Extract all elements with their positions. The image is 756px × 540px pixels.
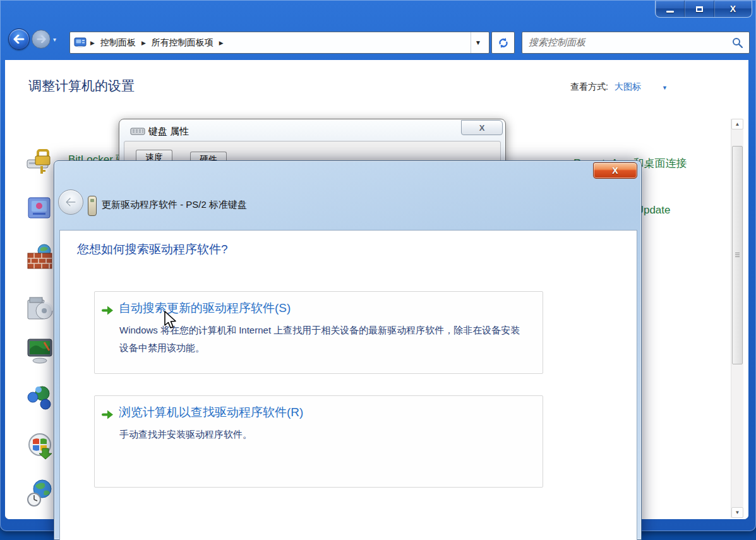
default-programs-item[interactable] [25, 383, 56, 412]
personalization-item[interactable] [25, 337, 56, 366]
personalization-icon [25, 337, 56, 366]
option-browse-computer-description: 手动查找并安装驱动程序软件。 [119, 426, 527, 443]
scroll-down-button[interactable]: ▼ [731, 507, 743, 518]
breadcrumb-separator-icon[interactable]: ▶ [219, 40, 224, 46]
refresh-button[interactable] [491, 32, 515, 54]
recent-pages-chevron-icon[interactable]: ▾ [53, 36, 56, 43]
scroll-down-icon: ▼ [735, 510, 740, 515]
date-time-item[interactable] [25, 478, 56, 507]
wizard-back-arrow-icon [64, 197, 77, 207]
breadcrumb-control-panel[interactable]: 控制面板 [99, 36, 138, 50]
search-placeholder: 搜索控制面板 [529, 37, 732, 49]
windows-update-icon [25, 431, 56, 460]
control-panel-icon [74, 37, 87, 48]
breadcrumb-separator-icon: ▶ [90, 40, 95, 46]
scroll-up-icon: ▲ [735, 121, 740, 127]
view-by-value-link[interactable]: 大图标 [615, 81, 641, 93]
view-by-label: 查看方式: [570, 81, 608, 93]
programs-features-item[interactable] [25, 294, 56, 323]
programs-features-icon [25, 294, 56, 323]
maximize-button[interactable] [685, 1, 714, 17]
update-driver-wizard: X 更新驱动程序软件 - PS/2 标准键盘 您想如何搜索驱动程序软件? 自动搜… [54, 160, 642, 540]
windows-update-item[interactable] [25, 431, 56, 460]
option-browse-computer[interactable]: 浏览计算机以查找驱动程序软件(R) 手动查找并安装驱动程序软件。 [94, 395, 543, 488]
default-programs-icon [25, 383, 56, 412]
breadcrumb-separator-icon[interactable]: ▶ [141, 40, 146, 46]
minimize-button[interactable] [656, 1, 685, 17]
scrollbar-track[interactable] [731, 129, 743, 507]
keyboard-dialog-close-button[interactable]: X [461, 120, 503, 135]
wizard-heading: 您想如何搜索驱动程序软件? [77, 241, 228, 258]
keyboard-icon [130, 127, 145, 136]
option-search-automatically-description: Windows 将在您的计算机和 Internet 上查找用于相关设备的最新驱动… [119, 321, 527, 357]
cardspace-item[interactable] [25, 194, 56, 223]
breadcrumb-all-items[interactable]: 所有控制面板项 [150, 36, 215, 50]
cardspace-icon [25, 194, 54, 222]
date-time-icon [25, 478, 56, 507]
scrollbar-thumb[interactable] [732, 146, 743, 364]
scrollbar-grip-icon [735, 253, 740, 258]
maximize-icon [696, 6, 703, 12]
driver-icon [88, 196, 97, 216]
option-search-automatically[interactable]: 自动搜索更新的驱动程序软件(S) Windows 将在您的计算机和 Intern… [94, 291, 543, 374]
close-icon: X [730, 4, 736, 14]
green-arrow-icon [102, 409, 114, 420]
green-arrow-icon [102, 305, 114, 316]
address-dropdown-icon[interactable]: ▼ [471, 32, 485, 53]
wizard-close-button[interactable]: X [593, 162, 637, 179]
firewall-item[interactable] [25, 242, 56, 271]
wizard-title: 更新驱动程序软件 - PS/2 标准键盘 [102, 199, 247, 211]
firewall-icon [25, 242, 56, 271]
option-search-automatically-title: 自动搜索更新的驱动程序软件(S) [119, 300, 291, 316]
bitlocker-icon [25, 148, 56, 177]
back-button[interactable] [8, 28, 30, 50]
vertical-scrollbar[interactable]: ▲ ▼ [731, 119, 743, 518]
scroll-up-button[interactable]: ▲ [731, 119, 743, 129]
back-arrow-icon [13, 35, 25, 44]
mouse-cursor [163, 311, 179, 332]
option-browse-computer-title: 浏览计算机以查找驱动程序软件(R) [119, 404, 303, 421]
wizard-content: 您想如何搜索驱动程序软件? 自动搜索更新的驱动程序软件(S) Windows 将… [59, 230, 637, 540]
bitlocker-item[interactable] [25, 148, 56, 177]
forward-arrow-icon [37, 35, 46, 43]
window-caption-buttons: X [655, 1, 752, 18]
view-by-dropdown-icon[interactable]: ▼ [662, 85, 668, 91]
address-bar[interactable]: ▶ 控制面板 ▶ 所有控制面板项 ▶ ▼ [69, 32, 489, 54]
search-icon[interactable] [732, 37, 743, 48]
minimize-icon [666, 11, 674, 13]
refresh-icon [498, 37, 509, 49]
page-title: 调整计算机的设置 [28, 77, 135, 95]
keyboard-dialog-title: 键盘 属性 [148, 126, 189, 138]
close-window-button[interactable]: X [714, 1, 752, 17]
wizard-back-button[interactable] [58, 189, 83, 215]
forward-button[interactable] [32, 30, 51, 49]
search-box[interactable]: 搜索控制面板 [522, 32, 750, 54]
